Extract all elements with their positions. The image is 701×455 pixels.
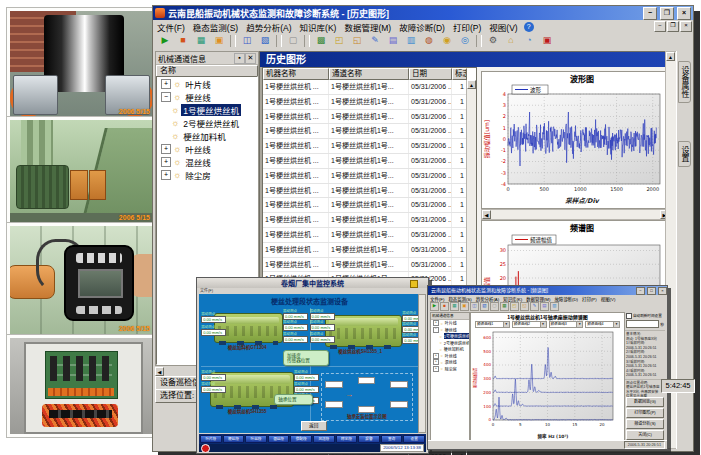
tree-expander-icon[interactable]: + [433,366,439,372]
tree-expander-icon[interactable]: + [433,359,439,365]
menu-item[interactable]: 视图(V) [599,296,618,302]
database-icon[interactable]: ◫ [239,33,255,49]
tree-expander-icon[interactable]: + [161,157,171,167]
home-icon[interactable]: ⌂ [503,33,519,49]
document-icon[interactable]: ▥ [550,302,559,311]
menu-item[interactable]: 数据管理(M) [340,21,395,33]
sensor-readout[interactable]: 振动测点0.00 mm/s [283,320,308,331]
sensor-readout[interactable]: 振动测点0.00 mm/s [201,382,226,393]
table-row[interactable]: 1号梗丝烘丝机 ...1号梗丝烘丝机1号...05/31/2006 ...1 [263,198,476,213]
save-icon[interactable]: ◱ [349,33,365,49]
sensor-readout[interactable]: 振动测点0.00 mm/s [310,320,335,331]
waveform-view-icon[interactable]: ▧ [480,302,489,311]
taskbar-button[interactable]: 叶片段 [200,435,222,443]
edit-icon[interactable]: ✎ [367,33,383,49]
tree-expander-icon[interactable]: + [161,144,171,154]
search-icon[interactable]: ◎ [457,33,473,49]
column-header[interactable]: 日期 [409,68,452,80]
minimize-button[interactable]: − [643,7,657,20]
title-bar[interactable]: 云南昆船振动机械状态监测和故障诊断系统 - [历史图形] − ❐ × [153,6,693,20]
maximize-button[interactable]: □ [647,287,656,295]
back-button[interactable]: 返回 [301,421,327,431]
table-row[interactable]: 1号梗丝烘丝机 ...1号梗丝烘丝机1号...05/31/2006 ...1 [263,243,476,258]
menu-item[interactable]: 数据管理(M) [524,296,552,302]
document-icon[interactable]: ▥ [403,33,419,49]
monitor-window-icon[interactable]: ▣ [460,302,469,311]
menu-item[interactable]: 稳态监测(S) [446,296,473,302]
close-button[interactable]: × [677,7,691,20]
menu-item[interactable]: 打印(P) [580,296,599,302]
tree-item[interactable]: ☼梗丝加料机 [157,129,257,142]
taskbar-button[interactable]: 掺配段 [290,435,312,443]
menu-item[interactable]: 打印(P) [449,21,485,33]
tab-device-properties[interactable]: 设备属性 [678,61,691,103]
close-icon[interactable]: ✕ [245,53,256,64]
report-icon[interactable]: ▤ [385,33,401,49]
menu-item[interactable]: 稳态监测(S) [189,21,242,33]
taskbar-button[interactable]: 除尘段 [336,435,358,443]
report-icon[interactable]: ▤ [540,302,549,311]
spectrum-curve-combo[interactable]: 频谱曲线2▼ [512,321,547,328]
tree-item[interactable]: +☼除尘房 [431,366,469,373]
chevron-down-icon[interactable]: ▼ [576,322,582,327]
column-header[interactable]: 通道名称 [329,68,409,80]
stop-monitor-icon[interactable]: ■ [440,302,449,311]
spectrum-curve-combo[interactable]: 频谱曲线1▼ [475,321,510,328]
maximize-button[interactable]: ❐ [660,7,674,20]
tree-expander-icon[interactable]: + [433,353,439,359]
settings-gear-icon[interactable]: ⚙ [485,33,501,49]
open-folder-icon[interactable]: ◰ [510,302,519,311]
pin-icon[interactable]: ▪ [234,53,245,64]
sensor-readout[interactable]: 振动测点0.00 mm/s [283,309,308,320]
sensor-readout[interactable]: 振动测点0.00 mm/s [310,332,335,343]
edit-icon[interactable]: ✎ [530,302,539,311]
open-folder-icon[interactable]: ◰ [331,33,347,49]
close-button[interactable]: × [658,287,667,295]
sensor-readout[interactable]: 振动测点0.00 mm/s [310,309,335,320]
panel-button[interactable]: 关闭(C) [626,430,664,440]
interval-input[interactable] [626,320,659,328]
chart-hscrollbar[interactable]: ◀ ▶ [481,209,670,220]
table-row[interactable]: 1号梗丝烘丝机 ...1号梗丝烘丝机1号...05/31/2006 ...1 [263,80,476,95]
tree-expander-icon[interactable]: + [433,320,439,326]
table-row[interactable]: 1号梗丝烘丝机 ...1号梗丝烘丝机1号...05/31/2006 ...1 [263,169,476,184]
sensor-readout[interactable]: 振动测点0.00 mm/s [201,370,226,381]
table-row[interactable]: 1号梗丝烘丝机 ...1号梗丝烘丝机1号...05/31/2006 ...1 [263,95,476,110]
alarm-icon[interactable]: ▣ [539,33,555,49]
tree-item[interactable]: ☼2号梗丝烘丝机 [157,116,257,129]
taskbar-button[interactable]: 梗丝段 [223,435,245,443]
picture-icon[interactable]: ▩ [313,33,329,49]
table-row[interactable]: 1号梗丝烘丝机 ...1号梗丝烘丝机1号...05/31/2006 ...1 [263,110,476,125]
channel-grid-icon[interactable]: ▦ [193,33,209,49]
taskbar-button[interactable]: 设置 [403,435,425,443]
tree-item[interactable]: ☼1号梗丝烘丝机 [157,103,257,116]
tree-item[interactable]: +☼叶丝线 [157,142,257,155]
save-icon[interactable]: ◱ [520,302,529,311]
waveform-view-icon[interactable]: ▧ [257,33,273,49]
start-monitor-icon[interactable]: ▶ [157,33,173,49]
minimize-button[interactable]: − [636,287,645,295]
sensor-readout[interactable]: 振动测点0.00 mm/s [283,332,308,343]
tree-expander-icon[interactable]: − [161,92,171,102]
scroll-up-icon[interactable]: ▲ [666,52,675,61]
spectrum-curve-combo[interactable]: 频谱曲线3▼ [549,321,584,328]
tree-expander-icon[interactable]: + [161,79,171,89]
menu-item[interactable]: 故障诊断(D) [552,296,580,302]
scroll-left-icon[interactable]: ◀ [482,210,491,219]
channel-grid-icon[interactable]: ▦ [450,302,459,311]
mdi-close-button[interactable]: × [680,21,692,32]
taskbar-button[interactable]: 报警 [358,435,380,443]
auto-refresh-row[interactable]: 自动刷新时间设置 [625,312,665,320]
tree-expander-icon[interactable]: − [433,327,439,333]
picture-icon[interactable]: ▩ [500,302,509,311]
table-row[interactable]: 1号梗丝烘丝机 ...1号梗丝烘丝机1号...05/31/2006 ...1 [263,213,476,228]
scada-title-bar[interactable]: 卷烟厂集中监控系统 [197,278,428,288]
grid-view-icon[interactable]: ▢ [285,33,301,49]
scada-window-button[interactable] [410,280,418,288]
mdi-minimize-button[interactable]: − [654,21,666,32]
menu-item[interactable]: 文件(F) [153,21,189,33]
sensor-readout[interactable]: 振动测点0.00 mm/s [294,382,319,393]
panel-button[interactable]: 数据回放(G) [626,397,664,407]
table-row[interactable]: 1号梗丝烘丝机 ...1号梗丝烘丝机1号...05/31/2006 ...1 [263,124,476,139]
taskbar-button[interactable]: 混丝段 [268,435,290,443]
